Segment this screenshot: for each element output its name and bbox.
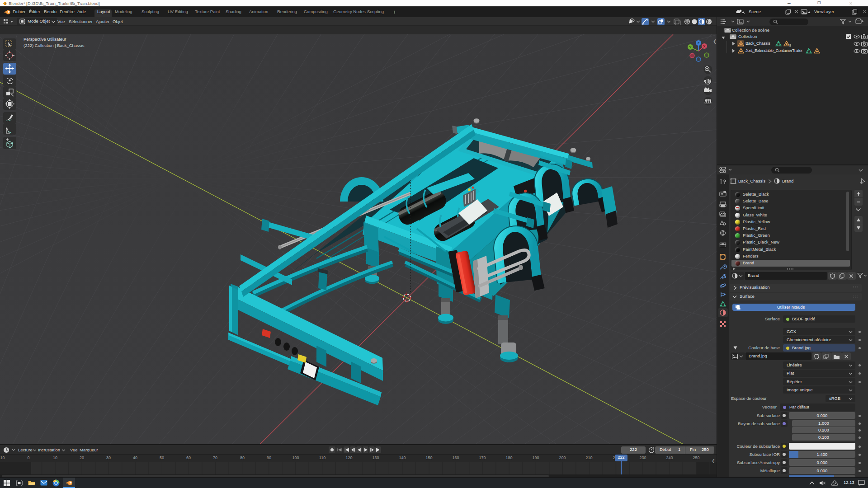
svg-text:3: 3 <box>789 44 791 47</box>
svg-text:X: X <box>703 44 706 48</box>
svg-text:❮: ❮ <box>713 39 717 44</box>
svg-text:Y: Y <box>689 45 692 49</box>
svg-text:Z: Z <box>698 41 700 45</box>
